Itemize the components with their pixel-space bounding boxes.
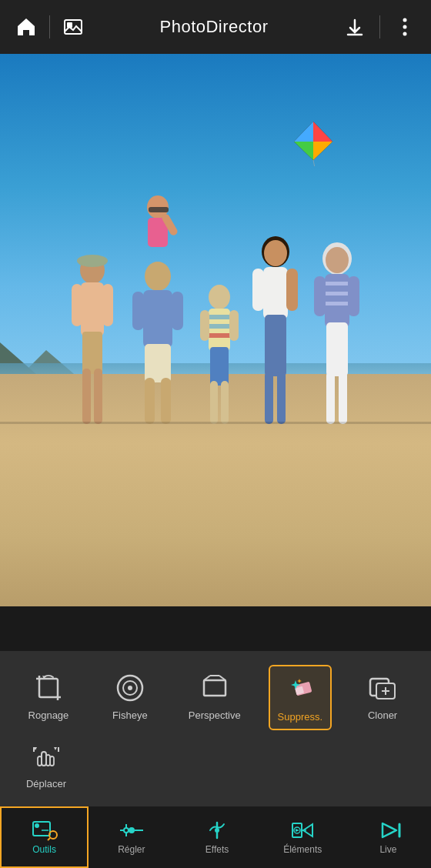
gallery-icon[interactable] <box>59 13 87 41</box>
home-icon[interactable] <box>12 13 40 41</box>
tools-row-1: Rognage Fisheye <box>8 665 423 730</box>
adjust-nav-icon <box>119 820 145 841</box>
svg-rect-29 <box>172 292 183 330</box>
svg-rect-42 <box>221 381 229 424</box>
effects-nav-icon <box>204 820 230 841</box>
svg-rect-84 <box>38 756 42 766</box>
perspective-label: Perspective <box>189 709 241 721</box>
divider2 <box>379 15 380 38</box>
suppress-icon <box>283 673 317 706</box>
download-icon[interactable] <box>341 13 369 41</box>
nav-elements[interactable]: Éléments <box>260 806 346 868</box>
effets-label: Effets <box>205 844 229 855</box>
svg-rect-54 <box>325 282 349 285</box>
svg-rect-61 <box>339 372 347 424</box>
live-label: Live <box>379 844 396 855</box>
svg-rect-58 <box>348 276 359 316</box>
svg-rect-47 <box>286 269 298 311</box>
svg-marker-104 <box>383 823 396 837</box>
svg-rect-83 <box>50 756 54 766</box>
nav-effets[interactable]: Effets <box>174 806 259 868</box>
svg-rect-23 <box>149 207 169 212</box>
svg-rect-19 <box>82 332 102 374</box>
top-bar-right <box>341 13 419 41</box>
elements-nav-icon <box>289 820 316 841</box>
rognage-label: Rognage <box>28 709 69 721</box>
top-bar-left <box>12 13 87 41</box>
svg-rect-49 <box>265 372 273 424</box>
svg-rect-39 <box>229 310 239 341</box>
outils-label: Outils <box>32 844 56 855</box>
svg-point-3 <box>403 25 406 29</box>
bottom-nav: Outils Régler Effets <box>0 806 431 868</box>
svg-point-4 <box>403 32 406 36</box>
tool-cloner[interactable]: Cloner <box>352 665 413 727</box>
nav-regler[interactable]: Régler <box>89 806 174 868</box>
svg-rect-20 <box>82 369 91 424</box>
svg-rect-31 <box>145 378 155 424</box>
svg-rect-56 <box>325 302 349 305</box>
nav-live[interactable]: Live <box>346 806 431 868</box>
svg-rect-32 <box>161 378 171 424</box>
svg-point-92 <box>129 827 135 833</box>
cloner-label: Cloner <box>368 709 397 721</box>
svg-rect-17 <box>72 284 82 326</box>
people-group <box>0 120 431 424</box>
svg-point-96 <box>124 828 129 833</box>
svg-point-52 <box>326 247 349 273</box>
svg-rect-60 <box>326 372 335 424</box>
svg-rect-36 <box>209 324 230 329</box>
svg-point-2 <box>403 18 406 22</box>
svg-rect-45 <box>263 267 288 319</box>
svg-rect-35 <box>209 315 230 319</box>
tools-row-2: Déplacer <box>8 733 423 796</box>
svg-point-70 <box>128 686 132 690</box>
svg-point-33 <box>209 285 230 309</box>
svg-rect-40 <box>210 347 229 386</box>
shadow-line <box>0 422 431 424</box>
svg-point-44 <box>264 240 287 266</box>
tool-perspective[interactable]: Perspective <box>181 665 249 727</box>
svg-rect-37 <box>209 333 230 338</box>
tools-nav-icon <box>32 820 58 841</box>
live-nav-icon <box>375 820 401 841</box>
svg-rect-18 <box>102 284 113 326</box>
tool-suppress[interactable]: Suppress. <box>269 665 332 730</box>
app-title: PhotoDirector <box>159 17 268 37</box>
photo-area <box>0 54 431 606</box>
tool-fisheye[interactable]: Fisheye <box>99 665 161 727</box>
svg-rect-38 <box>200 310 209 341</box>
nav-outils[interactable]: Outils <box>0 806 89 868</box>
tool-deplacer[interactable]: Déplacer <box>15 733 77 796</box>
tool-rognage[interactable]: Rognage <box>18 665 79 727</box>
svg-rect-15 <box>79 258 105 265</box>
svg-point-98 <box>215 828 219 833</box>
svg-rect-62 <box>39 679 58 697</box>
svg-rect-30 <box>145 344 171 382</box>
svg-line-91 <box>48 838 50 840</box>
svg-rect-27 <box>143 290 172 348</box>
deplacer-label: Déplacer <box>26 778 66 790</box>
top-bar: PhotoDirector <box>0 0 431 54</box>
svg-rect-71 <box>204 680 226 696</box>
elements-label: Éléments <box>283 844 322 855</box>
svg-rect-55 <box>325 292 349 295</box>
svg-rect-48 <box>265 315 286 376</box>
clone-icon <box>366 671 399 705</box>
svg-point-88 <box>35 823 39 828</box>
svg-rect-50 <box>277 372 286 424</box>
svg-rect-57 <box>314 276 326 316</box>
fisheye-icon <box>113 671 147 705</box>
svg-rect-28 <box>132 292 144 330</box>
divider <box>49 15 50 38</box>
svg-point-26 <box>145 262 171 291</box>
menu-icon[interactable] <box>391 13 419 41</box>
crop-icon <box>32 671 65 705</box>
bottom-toolbar: Rognage Fisheye <box>0 651 431 806</box>
fisheye-label: Fisheye <box>112 709 148 721</box>
perspective-icon <box>198 671 232 705</box>
move-icon <box>29 739 63 773</box>
svg-rect-46 <box>252 269 264 311</box>
svg-rect-21 <box>94 369 102 424</box>
svg-marker-103 <box>296 829 299 832</box>
